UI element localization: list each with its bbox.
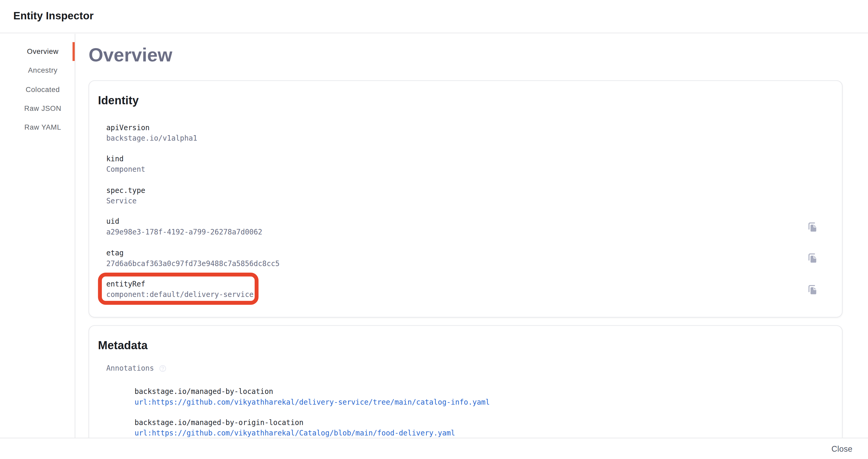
inspector-sidebar: Overview Ancestry Colocated Raw JSON Raw… <box>0 33 75 438</box>
page-title: Overview <box>89 42 868 67</box>
annotation-key: backstage.io/managed-by-origin-location <box>134 417 833 428</box>
vertical-tabs: Overview Ancestry Colocated Raw JSON Raw… <box>0 33 74 137</box>
field-label: spec.type <box>106 185 833 195</box>
close-button[interactable]: Close <box>827 441 857 456</box>
identity-card-title: Identity <box>98 94 833 106</box>
copy-icon <box>806 252 818 264</box>
entity-inspector-dialog: Entity Inspector Overview Ancestry Coloc… <box>0 0 868 459</box>
field-kind: kind Component <box>106 153 833 175</box>
identity-card: Identity apiVersion backstage.io/v1alpha… <box>89 80 842 317</box>
copy-uid-button[interactable] <box>805 220 819 233</box>
sidebar-item-raw-yaml[interactable]: Raw YAML <box>0 118 74 137</box>
field-label: apiVersion <box>106 122 833 133</box>
field-label: uid <box>106 216 833 227</box>
dialog-title: Entity Inspector <box>13 10 94 23</box>
annotation-link[interactable]: url:https://github.com/vikyathharekal/de… <box>134 397 490 407</box>
field-entityref: entityRef component:default/delivery-ser… <box>106 279 833 300</box>
field-label: entityRef <box>106 279 833 289</box>
annotation-link[interactable]: url:https://github.com/vikyathharekal/Ca… <box>134 428 455 438</box>
field-value: Service <box>106 195 833 206</box>
dialog-footer: Close <box>0 438 868 459</box>
sidebar-item-colocated[interactable]: Colocated <box>0 80 74 99</box>
sidebar-item-raw-json[interactable]: Raw JSON <box>0 99 74 118</box>
field-value: 27d6a6bcaf363a0c97fd73e9488c7a5856dc8cc5 <box>106 258 833 268</box>
annotation-entries: backstage.io/managed-by-location url:htt… <box>134 386 833 438</box>
dialog-header: Entity Inspector <box>0 0 868 33</box>
field-value: component:default/delivery-service <box>106 289 833 300</box>
field-value: Component <box>106 164 833 174</box>
overview-panel: Overview Identity apiVersion backstage.i… <box>75 33 868 438</box>
annotations-label: Annotations <box>106 363 154 374</box>
help-outline-icon[interactable] <box>159 364 167 372</box>
metadata-card-title: Metadata <box>98 339 833 351</box>
identity-fields: apiVersion backstage.io/v1alpha1 kind Co… <box>106 122 833 299</box>
copy-entityref-button[interactable] <box>805 283 819 296</box>
field-label: etag <box>106 248 833 258</box>
field-etag: etag 27d6a6bcaf363a0c97fd73e9488c7a5856d… <box>106 248 833 269</box>
field-spec-type: spec.type Service <box>106 185 833 206</box>
field-value: a29e98e3-178f-4192-a799-26278a7d0062 <box>106 227 833 237</box>
field-apiversion: apiVersion backstage.io/v1alpha1 <box>106 122 833 143</box>
field-label: kind <box>106 153 833 164</box>
sidebar-item-overview[interactable]: Overview <box>0 42 74 61</box>
sidebar-item-ancestry[interactable]: Ancestry <box>0 61 74 80</box>
copy-icon <box>806 283 818 295</box>
field-value: backstage.io/v1alpha1 <box>106 133 833 143</box>
metadata-card: Metadata Annotations backstage.io/manage… <box>89 325 842 438</box>
copy-etag-button[interactable] <box>805 251 819 264</box>
annotation-managed-by-origin-location: backstage.io/managed-by-origin-location … <box>134 417 833 438</box>
annotation-key: backstage.io/managed-by-location <box>134 386 833 397</box>
copy-icon <box>806 221 818 233</box>
field-uid: uid a29e98e3-178f-4192-a799-26278a7d0062 <box>106 216 833 237</box>
annotation-managed-by-location: backstage.io/managed-by-location url:htt… <box>134 386 833 407</box>
active-tab-indicator <box>72 42 74 61</box>
annotations-section-header: Annotations <box>106 363 833 374</box>
